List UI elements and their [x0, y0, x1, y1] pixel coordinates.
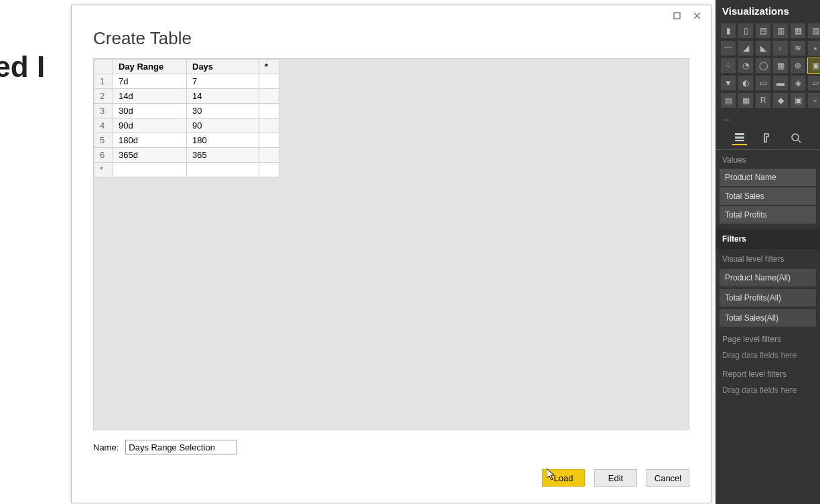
format-tab-icon[interactable]: [760, 131, 775, 145]
row-header-blank: [94, 60, 113, 74]
values-field[interactable]: Product Name: [720, 169, 816, 186]
slicer-icon[interactable]: ▱: [808, 76, 820, 90]
hundred-column-icon[interactable]: ▧: [808, 23, 820, 38]
stacked-column-icon[interactable]: ▤: [756, 23, 770, 38]
report-filters-dropzone[interactable]: Drag data fields here: [715, 382, 820, 399]
table-row[interactable]: 5 180d 180: [94, 133, 279, 148]
svg-rect-6: [735, 140, 744, 141]
close-button[interactable]: [687, 8, 707, 23]
card-icon[interactable]: ▭: [756, 76, 770, 90]
map-icon[interactable]: ⊕: [791, 58, 805, 73]
data-grid[interactable]: Day Range Days * 1 7d 7 2 14d 14 3 30d 3…: [94, 59, 279, 177]
visualizations-panel: Visualizations ▮ ▯ ▤ ▥ ▦ ▧ 〰 ◢ ◣ ▫ ≋ ▪ ⁘…: [715, 0, 820, 504]
table-row[interactable]: 3 30d 30: [94, 104, 279, 118]
visual-level-filters-label: Visual level filters: [715, 249, 820, 266]
background-heading: aded I: [0, 50, 45, 84]
page-level-filters-label: Page level filters: [715, 329, 820, 347]
clustered-bar-icon[interactable]: ▯: [738, 23, 753, 38]
kpi-icon[interactable]: ◈: [791, 76, 805, 90]
cancel-button[interactable]: Cancel: [646, 469, 689, 487]
table-row[interactable]: 1 7d 7: [94, 74, 279, 89]
gauge-icon[interactable]: ◐: [738, 76, 753, 90]
svg-marker-3: [547, 469, 554, 480]
values-label: Values: [715, 150, 820, 167]
line-chart-icon[interactable]: 〰: [721, 41, 736, 56]
svg-rect-5: [735, 137, 744, 139]
more-visuals-icon[interactable]: …: [715, 110, 820, 124]
clustered-column-icon[interactable]: ▥: [773, 23, 788, 38]
multi-card-icon[interactable]: ▬: [773, 76, 788, 90]
matrix-icon[interactable]: ▦: [738, 93, 753, 108]
svg-point-7: [792, 134, 799, 141]
maximize-button[interactable]: [667, 8, 687, 23]
treemap-icon[interactable]: ▦: [773, 58, 788, 73]
svg-rect-0: [674, 13, 680, 19]
donut-icon[interactable]: ◯: [756, 58, 770, 73]
filter-pill[interactable]: Product Name(All): [720, 269, 816, 286]
analytics-tab-icon[interactable]: [789, 131, 803, 145]
load-button[interactable]: Load: [542, 469, 585, 487]
line-column-icon[interactable]: ▫: [773, 41, 788, 56]
r-visual-icon[interactable]: R: [756, 93, 770, 108]
visualization-icons: ▮ ▯ ▤ ▥ ▦ ▧ 〰 ◢ ◣ ▫ ≋ ▪ ⁘ ◔ ◯ ▦ ⊕ ▣ ▼ ◐ …: [715, 21, 820, 110]
table-row[interactable]: 6 365d 365: [94, 148, 279, 163]
table-row[interactable]: 4 90d 90: [94, 118, 279, 133]
name-input[interactable]: [125, 440, 236, 454]
values-field[interactable]: Total Sales: [720, 187, 816, 205]
table-icon[interactable]: ▤: [721, 93, 736, 108]
column-header-day-range[interactable]: Day Range: [113, 60, 187, 74]
funnel-icon[interactable]: ▼: [721, 76, 736, 90]
column-header-days[interactable]: Days: [187, 60, 259, 74]
stacked-area-icon[interactable]: ◣: [756, 41, 770, 56]
filters-heading: Filters: [715, 229, 820, 249]
filled-map-icon[interactable]: ▣: [808, 58, 820, 73]
dialog-title: Create Table: [72, 24, 711, 58]
custom-visual-icon[interactable]: ▫: [808, 93, 820, 108]
page-filters-dropzone[interactable]: Drag data fields here: [715, 347, 820, 364]
visualizations-title: Visualizations: [715, 0, 820, 21]
table-row[interactable]: 2 14d 14: [94, 89, 279, 104]
column-header-add[interactable]: *: [259, 60, 279, 74]
create-table-dialog: Create Table Day Range Days * 1 7d 7 2 1…: [71, 5, 711, 503]
filter-pill[interactable]: Total Profits(All): [720, 289, 816, 307]
pie-icon[interactable]: ◔: [738, 58, 753, 73]
name-label: Name:: [93, 442, 119, 452]
svg-rect-4: [735, 133, 744, 135]
arcgis-icon[interactable]: ▣: [791, 93, 805, 108]
values-field[interactable]: Total Profits: [720, 206, 816, 224]
hundred-bar-icon[interactable]: ▦: [791, 23, 805, 38]
stacked-bar-icon[interactable]: ▮: [721, 23, 736, 38]
edit-button[interactable]: Edit: [594, 469, 637, 487]
table-editor-area[interactable]: Day Range Days * 1 7d 7 2 14d 14 3 30d 3…: [93, 58, 689, 430]
report-level-filters-label: Report level filters: [715, 364, 820, 382]
waterfall-icon[interactable]: ▪: [808, 41, 820, 56]
filter-pill[interactable]: Total Sales(All): [720, 309, 816, 327]
ribbon-icon[interactable]: ≋: [791, 41, 805, 56]
scatter-icon[interactable]: ⁘: [721, 58, 736, 73]
fields-tab-icon[interactable]: [732, 131, 747, 145]
table-row-new[interactable]: *: [94, 163, 279, 177]
area-chart-icon[interactable]: ◢: [738, 41, 753, 56]
python-visual-icon[interactable]: ◆: [773, 93, 788, 108]
svg-line-8: [798, 140, 801, 143]
